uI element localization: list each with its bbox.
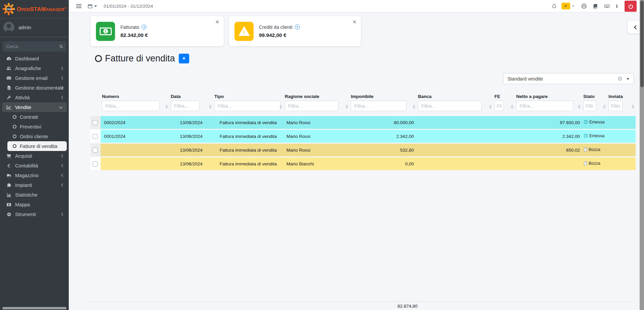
filter-input-data[interactable]	[171, 101, 200, 111]
row-checkbox[interactable]	[93, 134, 98, 139]
power-button[interactable]	[625, 1, 637, 12]
question-circle-icon[interactable]	[142, 24, 147, 30]
keyboard-icon[interactable]	[604, 3, 610, 9]
printer-icon[interactable]	[581, 3, 587, 9]
file-icon	[584, 161, 587, 165]
filter-input-ragione-sociale[interactable]	[285, 101, 338, 111]
sidebar-subitem-ordini-cliente[interactable]: Ordini cliente	[0, 132, 69, 141]
sidebar-subitem-fatture-di-vendita[interactable]: Fatture di vendita	[7, 141, 67, 151]
cell-netto-a-pagare: 2.342,00	[515, 130, 582, 143]
cell-tipo: Fattura immediata di vendita	[213, 116, 283, 129]
sidebar-item-acquisti[interactable]: Acquisti	[0, 151, 69, 161]
bell-icon[interactable]	[551, 3, 557, 9]
sidebar-horizontal-scrollbar[interactable]	[2, 307, 66, 309]
column-label: Data	[171, 94, 213, 99]
filter-input-numero[interactable]	[102, 101, 160, 111]
sort-icons[interactable]	[165, 105, 168, 109]
sidebar-item-impianti[interactable]: Impianti	[0, 180, 69, 190]
file-icon	[584, 147, 587, 152]
question-circle-icon[interactable]	[295, 24, 300, 30]
sidebar-item-label: Dashboard	[15, 56, 39, 61]
row-checkbox[interactable]	[93, 161, 98, 166]
sidebar-item-label: Contabilità	[15, 163, 38, 168]
sort-icons[interactable]	[632, 105, 634, 109]
sidebar-item-attivita[interactable]: Attività	[0, 93, 69, 102]
close-icon[interactable]	[215, 17, 219, 26]
row-select-cell	[91, 157, 101, 170]
sidebar-item-vendite[interactable]: Vendite	[2, 102, 67, 112]
sort-icons[interactable]	[578, 105, 581, 109]
sort-icons[interactable]	[511, 105, 514, 109]
widget-crediti-da-clienti: Crediti da clienti 99.942,00 €	[229, 16, 361, 46]
sidebar-item-dashboard[interactable]: Dashboard	[0, 54, 69, 63]
cell-stato: Emessa	[582, 130, 607, 143]
sidebar-subitem-contratti[interactable]: Contratti	[0, 112, 69, 122]
cell-fe	[493, 144, 515, 156]
caret-down-icon[interactable]	[572, 5, 574, 7]
circle-icon	[13, 144, 16, 148]
sort-icons[interactable]	[413, 105, 415, 109]
vertical-scrollbar[interactable]	[640, 0, 644, 310]
module-filter-select[interactable]: Standard vendite	[503, 73, 634, 84]
sidebar-subitem-label: Preventivi	[20, 124, 41, 130]
chevron-left-icon	[634, 25, 638, 30]
cell-netto-a-pagare: 97.600,00	[515, 116, 582, 129]
check-dropdown-button[interactable]	[561, 3, 570, 9]
sidebar-subitem-preventivi[interactable]: Preventivi	[0, 122, 69, 132]
sort-icons[interactable]	[279, 105, 282, 109]
search-input[interactable]	[3, 41, 56, 52]
sidebar-item-magazzino[interactable]: Magazzino	[0, 170, 69, 180]
sort-icons[interactable]	[209, 105, 212, 109]
calendar-picker-button[interactable]	[88, 4, 97, 9]
sidebar-item-label: Gestione email	[15, 75, 48, 81]
table-row[interactable]: 13/06/2024 Fattura immediata di vendita …	[91, 144, 636, 156]
sidebar-item-statistiche[interactable]: Statistiche	[0, 190, 69, 200]
table-row[interactable]: 13/06/2024 Fattura immediata di vendita …	[91, 157, 636, 170]
sidebar-item-contabilita[interactable]: € Contabilità	[0, 161, 69, 170]
filter-input-fe[interactable]	[494, 101, 504, 111]
user-panel[interactable]: admin	[0, 18, 69, 37]
filter-input-inviata[interactable]	[608, 101, 623, 111]
envelope-icon	[6, 75, 12, 81]
column-label: Netto a pagare	[516, 94, 582, 99]
scrollbar-thumb[interactable]	[640, 1, 644, 87]
close-icon[interactable]	[353, 17, 357, 26]
filter-input-tipo[interactable]	[214, 101, 281, 111]
sidebar-item-gestione-email[interactable]: Gestione email	[0, 73, 69, 83]
widget-title: Crediti da clienti	[259, 24, 292, 30]
app-logo[interactable]: OSM OpenSTAManager®	[0, 0, 69, 18]
date-range[interactable]: 01/01/2024 - 31/12/2024	[104, 4, 153, 9]
add-invoice-button[interactable]: +	[179, 54, 189, 63]
imponibile-total: 82.874,80	[351, 304, 418, 309]
search-button[interactable]	[56, 41, 66, 52]
filter-input-imponibile[interactable]	[351, 101, 407, 111]
chart-line-icon	[6, 105, 12, 110]
sort-icons[interactable]	[489, 105, 492, 109]
sidebar-item-label: Mappa	[15, 202, 30, 207]
sidebar-item-label: Statistiche	[15, 192, 38, 198]
sidebar-item-mappa[interactable]: Mappa	[0, 200, 69, 209]
sidebar-item-strumenti[interactable]: Strumenti	[0, 209, 69, 219]
clear-icon[interactable]	[618, 76, 622, 81]
page-title: Fatture di vendita	[105, 53, 175, 64]
row-checkbox[interactable]	[93, 148, 98, 153]
sidebar-item-anagrafiche[interactable]: Anagrafiche	[0, 63, 69, 73]
column-label: Inviata	[608, 94, 636, 99]
column-label: Ragione sociale	[285, 94, 350, 99]
sort-icons[interactable]	[345, 105, 348, 109]
filter-input-netto-a-pagare[interactable]	[516, 101, 573, 111]
sidebar-item-gestione-documentale[interactable]: Gestione documentale	[0, 83, 69, 93]
filter-input-stato[interactable]	[583, 101, 596, 111]
info-icon[interactable]	[615, 3, 619, 9]
cell-ragione-sociale: Mario Rossi	[283, 144, 350, 156]
row-select-cell	[91, 130, 101, 143]
cell-inviata	[607, 116, 636, 129]
row-checkbox[interactable]	[93, 120, 98, 125]
book-icon[interactable]	[593, 3, 598, 9]
wrench-icon	[6, 95, 12, 100]
filter-input-banca[interactable]	[418, 101, 482, 111]
hamburger-menu-icon[interactable]	[75, 3, 82, 9]
table-row[interactable]: 0001/2024 13/06/2024 Fattura immediata d…	[91, 130, 636, 143]
table-row[interactable]: 0002/2024 13/06/2024 Fattura immediata d…	[91, 116, 636, 129]
sort-icons[interactable]	[603, 105, 606, 109]
